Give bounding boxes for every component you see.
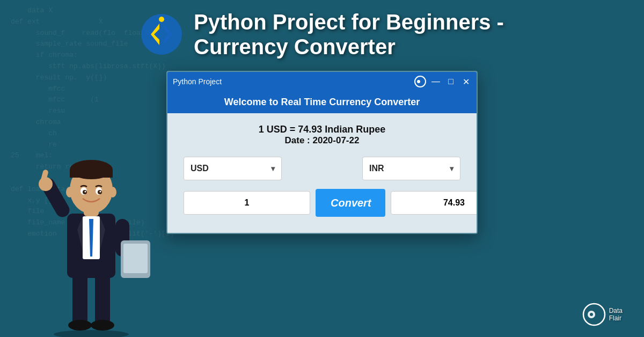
exchange-info: 1 USD = 74.93 Indian Rupee Date : 2020-0…: [184, 124, 460, 146]
logo: [140, 13, 183, 56]
from-currency-label: USD: [191, 164, 209, 173]
svg-point-3: [159, 17, 164, 22]
window-icon: [414, 76, 426, 87]
amount-row: Convert: [184, 189, 460, 217]
to-currency-select[interactable]: INR ▾: [362, 157, 460, 180]
from-currency-select[interactable]: USD ▾: [184, 157, 282, 180]
svg-rect-8: [95, 273, 110, 326]
svg-point-30: [66, 187, 74, 197]
close-button[interactable]: ✕: [460, 77, 471, 87]
svg-point-29: [100, 191, 101, 193]
svg-point-36: [590, 313, 593, 316]
title-bar: Python Project — □ ✕: [167, 72, 477, 91]
person-illustration: [16, 112, 166, 337]
from-amount-input[interactable]: [184, 191, 310, 215]
svg-point-31: [109, 187, 116, 197]
svg-point-5: [417, 80, 420, 83]
svg-point-9: [68, 320, 92, 331]
currency-row: USD ▾ INR ▾: [184, 157, 460, 180]
app-window: Python Project — □ ✕ Welcome to Real Tim…: [166, 71, 478, 234]
minimize-button[interactable]: —: [430, 77, 441, 86]
from-currency-chevron: ▾: [271, 164, 275, 173]
window-header-text: Welcome to Real Time Currency Converter: [176, 97, 468, 108]
svg-rect-19: [123, 244, 148, 273]
dataflair-text: Data Flair: [609, 307, 623, 323]
svg-point-28: [85, 191, 86, 193]
dataflair-logo: Data Flair: [582, 303, 623, 326]
title-bar-label: Python Project: [173, 77, 222, 86]
exchange-date: Date : 2020-07-22: [184, 135, 460, 146]
header: Python Project for Beginners - Currency …: [140, 10, 504, 59]
page-title: Python Project for Beginners - Currency …: [194, 10, 504, 59]
svg-point-6: [54, 330, 129, 337]
to-currency-chevron: ▾: [450, 164, 453, 173]
dataflair-icon: [582, 303, 606, 326]
convert-button-wrapper: Convert: [316, 189, 385, 217]
title-bar-controls: — □ ✕: [414, 76, 471, 87]
convert-button[interactable]: Convert: [316, 189, 385, 217]
exchange-rate: 1 USD = 74.93 Indian Rupee: [184, 124, 460, 135]
maximize-button[interactable]: □: [445, 77, 456, 86]
svg-rect-23: [70, 170, 113, 178]
window-body: 1 USD = 74.93 Indian Rupee Date : 2020-0…: [167, 113, 477, 233]
to-amount-input[interactable]: [391, 191, 478, 215]
svg-rect-7: [72, 273, 87, 326]
window-header: Welcome to Real Time Currency Converter: [167, 91, 477, 113]
svg-point-10: [91, 320, 114, 331]
to-currency-label: INR: [369, 164, 384, 173]
